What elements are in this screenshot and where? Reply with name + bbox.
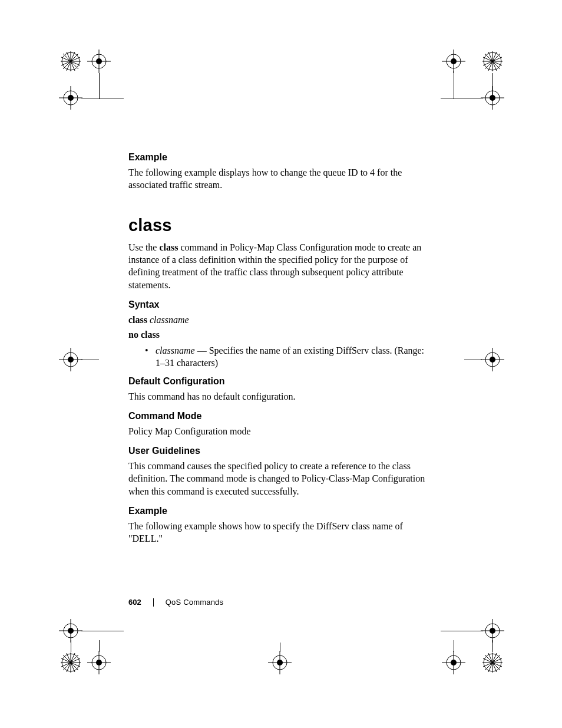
- heading-user-guidelines: User Guidelines: [128, 446, 435, 456]
- crop-mark-line: [441, 98, 483, 98]
- crop-mark-line: [81, 631, 124, 631]
- text-example-2: The following example shows how to speci…: [128, 520, 435, 545]
- crop-mark-icon: [59, 651, 82, 674]
- crop-mark-line: [71, 640, 71, 652]
- crop-mark-icon: [59, 86, 82, 110]
- heading-command-mode: Command Mode: [128, 411, 435, 421]
- crop-mark-icon: [481, 619, 504, 643]
- crop-mark-icon: [442, 50, 465, 73]
- crop-mark-line: [492, 73, 493, 99]
- heading-example-2: Example: [128, 506, 435, 516]
- crop-mark-icon: [481, 50, 504, 73]
- crop-mark-line: [492, 640, 493, 652]
- text-user-guidelines: This command causes the specified policy…: [128, 460, 435, 497]
- syntax-line-1: class classname: [128, 314, 435, 326]
- heading-example-1: Example: [128, 152, 435, 163]
- heading-default-config: Default Configuration: [128, 376, 435, 387]
- text-command-mode: Policy Map Configuration mode: [128, 425, 435, 437]
- crop-mark-icon: [87, 50, 111, 73]
- crop-mark-line: [464, 360, 482, 360]
- crop-mark-icon: [87, 651, 111, 674]
- crop-mark-icon: [268, 651, 292, 674]
- crop-mark-icon: [481, 348, 504, 371]
- footer-divider: [153, 598, 154, 607]
- crop-mark-icon: [59, 619, 82, 643]
- crop-mark-icon: [59, 50, 82, 73]
- crop-mark-icon: [59, 348, 82, 371]
- text-command-intro: Use the class command in Policy-Map Clas…: [128, 241, 435, 291]
- syntax-bullet-text: — Specifies the name of an existing Diff…: [156, 345, 424, 368]
- heading-syntax: Syntax: [128, 299, 435, 310]
- crop-mark-line: [454, 71, 454, 99]
- crop-mark-line: [81, 360, 99, 360]
- crop-mark-line: [441, 631, 483, 631]
- crop-mark-line: [99, 640, 100, 652]
- page-footer: 602 QoS Commands: [128, 598, 223, 607]
- syntax-line1-bold: class: [128, 315, 150, 325]
- syntax-bullet-italic: classname: [156, 345, 195, 355]
- crop-mark-icon: [481, 651, 504, 674]
- crop-mark-line: [454, 640, 454, 652]
- intro-bold: class: [159, 242, 178, 252]
- intro-prefix: Use the: [128, 242, 159, 252]
- syntax-line1-italic: classname: [150, 315, 189, 325]
- crop-mark-icon: [442, 651, 465, 674]
- text-example-1: The following example displays how to ch…: [128, 166, 435, 191]
- text-default-config: This command has no default configuratio…: [128, 390, 435, 403]
- crop-mark-line: [280, 643, 280, 652]
- syntax-bullet-list: classname — Specifies the name of an exi…: [128, 344, 435, 369]
- heading-command-title: class: [128, 216, 435, 235]
- page-number: 602: [128, 598, 141, 607]
- syntax-line-2: no class: [128, 328, 435, 341]
- page-content: Example The following example displays h…: [128, 152, 435, 552]
- crop-mark-line: [81, 98, 124, 98]
- crop-mark-line: [99, 73, 100, 99]
- footer-section: QoS Commands: [166, 598, 224, 607]
- syntax-bullet-item: classname — Specifies the name of an exi…: [145, 344, 435, 369]
